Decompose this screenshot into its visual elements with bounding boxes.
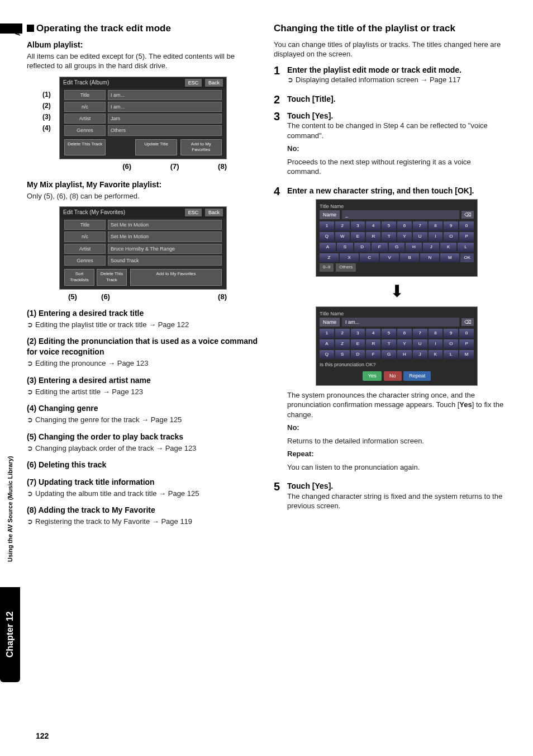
keyboard-key[interactable]: 3 (351, 329, 365, 338)
keyboard-key[interactable]: P (459, 232, 474, 242)
sort-tracklists-button[interactable]: Sort Tracklists (64, 269, 94, 286)
keyboard-key[interactable]: B (400, 253, 419, 263)
keyboard-key[interactable]: L (444, 350, 458, 360)
keyboard-key[interactable]: N (420, 253, 439, 263)
keyboard-key[interactable]: Q (320, 350, 334, 360)
keyboard-key[interactable]: Q (320, 232, 334, 242)
keyboard-key[interactable]: S (337, 243, 353, 252)
keyboard-key[interactable]: R (366, 232, 380, 242)
keyboard-key[interactable]: 8 (429, 221, 443, 231)
update-title-button[interactable]: Update Title (135, 139, 177, 156)
keyboard-key[interactable]: F (372, 243, 388, 252)
item-head: (3) Entering a desired artist name (27, 375, 259, 386)
keyboard-key[interactable]: Z (335, 339, 350, 349)
row-label[interactable]: n/c (64, 102, 106, 112)
keyboard-key[interactable]: E (351, 232, 365, 242)
kb-name-value[interactable]: I am... (342, 318, 459, 327)
keyboard-key[interactable]: 3 (351, 221, 365, 231)
keyboard-key[interactable]: M (440, 253, 459, 263)
repeat-button[interactable]: Repeat (403, 371, 431, 380)
keyboard-key[interactable]: I (429, 232, 443, 242)
keyboard-key[interactable]: 1 (320, 329, 334, 338)
add-favorites-button[interactable]: Add to My Favorites (180, 139, 222, 156)
keyboard-key[interactable]: 2 (335, 221, 350, 231)
keyboard-key[interactable]: R (366, 339, 380, 349)
row-label[interactable]: Title (64, 90, 106, 100)
kb-foot-others[interactable]: Others (336, 263, 356, 272)
yes-button[interactable]: Yes (363, 371, 382, 380)
keyboard-key[interactable]: H (406, 243, 422, 252)
keyboard-key[interactable]: 8 (429, 329, 443, 338)
keyboard-key[interactable]: Z (320, 253, 339, 263)
keyboard-key[interactable]: L (458, 243, 474, 252)
back-button[interactable]: Back (205, 79, 223, 87)
row-label: Genres (64, 256, 106, 266)
no-body: Proceeds to the next step without regist… (287, 157, 506, 177)
keyboard-key[interactable]: 1 (320, 221, 334, 231)
add-favorites-button[interactable]: Add to My Favorites (130, 269, 222, 286)
back-button[interactable]: Back (205, 209, 223, 216)
keyboard-key[interactable]: I (429, 339, 443, 349)
keyboard-key[interactable]: T (382, 339, 396, 349)
keyboard-key[interactable]: 6 (397, 221, 412, 231)
keyboard-key[interactable]: 9 (444, 329, 458, 338)
keyboard-key[interactable]: 5 (382, 221, 396, 231)
keyboard-key[interactable]: E (351, 339, 365, 349)
keyboard-key[interactable]: O (444, 232, 458, 242)
keyboard-key[interactable]: C (360, 253, 379, 263)
keyboard-key[interactable]: Y (397, 339, 412, 349)
kb-name-value[interactable]: _ (342, 210, 459, 219)
right-section-title: Changing the title of the playlist or tr… (274, 22, 506, 35)
row-label[interactable]: Artist (64, 114, 106, 124)
esc-button[interactable]: ESC (185, 209, 202, 216)
keyboard-key[interactable]: A (320, 339, 334, 349)
backspace-icon[interactable]: ⌫ (461, 318, 474, 326)
keyboard-key[interactable]: P (459, 339, 474, 349)
delete-track-button[interactable]: Delete This Track (64, 139, 106, 156)
step-body: The content to be changed in Step 4 can … (287, 121, 506, 140)
keyboard-key[interactable]: G (382, 350, 396, 360)
keyboard-key[interactable]: T (382, 232, 396, 242)
keyboard-key[interactable]: U (413, 232, 427, 242)
callout-5: (5) (68, 292, 77, 302)
keyboard-key[interactable]: 0 (459, 221, 474, 231)
esc-button[interactable]: ESC (185, 79, 202, 87)
keyboard-key[interactable]: U (413, 339, 427, 349)
keyboard-key[interactable]: F (366, 350, 380, 360)
keyboard-key[interactable]: D (354, 243, 370, 252)
keyboard-key[interactable]: V (380, 253, 399, 263)
keyboard-key[interactable]: 4 (366, 329, 380, 338)
keyboard-key[interactable]: J (423, 243, 439, 252)
backspace-icon[interactable]: ⌫ (461, 211, 474, 219)
keyboard-key[interactable]: G (389, 243, 405, 252)
keyboard-key[interactable]: 0 (459, 329, 474, 338)
row-value: Set Me In Motion (108, 220, 222, 230)
keyboard-key[interactable]: 4 (366, 221, 380, 231)
keyboard-key[interactable]: K (429, 350, 443, 360)
keyboard-key[interactable]: W (335, 232, 350, 242)
keyboard-key[interactable]: J (413, 350, 427, 360)
kb-foot-09[interactable]: 0–9 (320, 263, 334, 272)
keyboard-key[interactable]: X (340, 253, 359, 263)
keyboard-key[interactable]: 7 (413, 221, 427, 231)
keyboard-key[interactable]: 9 (444, 221, 458, 231)
delete-track-button[interactable]: Delete This Track (97, 269, 127, 286)
keyboard-key[interactable]: 2 (335, 329, 350, 338)
keyboard-key[interactable]: D (351, 350, 365, 360)
callout-8: (8) (218, 292, 227, 302)
kb-name-label: Name (320, 210, 340, 219)
keyboard-key[interactable]: 6 (397, 329, 412, 338)
row-label[interactable]: Genres (64, 125, 106, 135)
no-button[interactable]: No (384, 371, 402, 380)
keyboard-key[interactable]: 7 (413, 329, 427, 338)
keyboard-key[interactable]: K (440, 243, 456, 252)
ok-button[interactable]: OK (460, 253, 474, 263)
keyboard-key[interactable]: S (335, 350, 350, 360)
keyboard-key[interactable]: Y (397, 232, 412, 242)
keyboard-key[interactable]: 5 (382, 329, 396, 338)
keyboard-key[interactable]: O (444, 339, 458, 349)
item-head: (7) Updating track title information (27, 477, 259, 488)
keyboard-key[interactable]: A (320, 243, 336, 252)
keyboard-key[interactable]: H (397, 350, 412, 360)
keyboard-key[interactable]: M (459, 350, 474, 360)
